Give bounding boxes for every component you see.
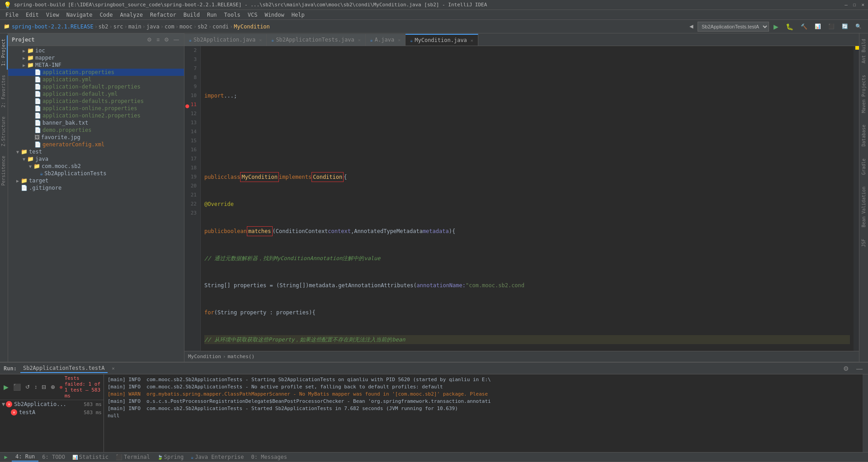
tree-item-app-defaults-properties[interactable]: 📄 application-defaults.properties bbox=[8, 98, 184, 105]
structure-tab[interactable]: Z-Structure bbox=[0, 113, 8, 150]
menu-item-window[interactable]: Window bbox=[261, 11, 288, 19]
right-tab-gradle[interactable]: Gradle bbox=[860, 155, 867, 178]
tab-sb2application-close[interactable]: ✕ bbox=[259, 37, 262, 42]
run-close-panel-btn[interactable]: — bbox=[854, 364, 864, 373]
project-settings2-btn[interactable]: ⚙ bbox=[163, 36, 170, 43]
code-editor[interactable]: 2 3 7 8 9 10 11 ● 12 13 14 15 16 17 18 1… bbox=[184, 46, 859, 351]
run-btn[interactable]: ▶ bbox=[771, 22, 781, 31]
tree-item-mapper[interactable]: ▶ 📁 mapper bbox=[8, 54, 184, 61]
menu-item-edit[interactable]: Edit bbox=[22, 11, 42, 19]
filter-btn[interactable]: ⊟ bbox=[40, 383, 48, 391]
menu-item-run[interactable]: Run bbox=[203, 11, 221, 19]
bottom-tab-run[interactable]: 4: Run bbox=[12, 453, 38, 462]
menu-item-refactor[interactable]: Refactor bbox=[146, 11, 180, 19]
bc-condi[interactable]: condi bbox=[212, 23, 229, 30]
build-btn[interactable]: 🔨 bbox=[798, 23, 810, 31]
bottom-method[interactable]: matches() bbox=[227, 354, 255, 359]
project-collapse-btn[interactable]: ≡ bbox=[155, 36, 161, 43]
bc-mooc[interactable]: mooc bbox=[179, 23, 193, 30]
tree-item-app-default-yml[interactable]: 📄 application-default.yml bbox=[8, 90, 184, 98]
right-tab-bean-validation[interactable]: Bean Validation bbox=[860, 183, 867, 231]
tree-item-java2[interactable]: ▼ 📁 java bbox=[8, 155, 184, 163]
test-item-testa[interactable]: ✕ testA 583 ms bbox=[0, 408, 104, 416]
tree-item-favorite-jpg[interactable]: 🖼 favorite.jpg bbox=[8, 134, 184, 141]
tree-item-target[interactable]: ▶ 📁 target bbox=[8, 177, 184, 184]
stop-btn[interactable]: ⬛ bbox=[826, 23, 837, 30]
run-settings-btn[interactable]: ⚙ bbox=[841, 364, 851, 373]
maximize-btn[interactable]: ☐ bbox=[853, 2, 856, 8]
run-config-select[interactable]: Sb2ApplicationTests.testA bbox=[698, 22, 769, 32]
bc-sb2-2[interactable]: sb2 bbox=[198, 23, 208, 30]
tab-a[interactable]: ☕ A.java ✕ bbox=[366, 34, 406, 46]
tree-item-app-online-properties[interactable]: 📄 application-online.properties bbox=[8, 105, 184, 112]
right-tab-database[interactable]: Database bbox=[860, 121, 867, 150]
bc-root[interactable]: spring-boot-2.2.1.RELEASE bbox=[12, 23, 94, 30]
rerun-btn[interactable]: ▶ bbox=[2, 383, 10, 392]
persistence-tab[interactable]: Persistence bbox=[0, 152, 8, 189]
tree-item-app-online2-properties[interactable]: 📄 application-online2.properties bbox=[8, 112, 184, 119]
tab-sb2application[interactable]: ☕ Sb2Application.java ✕ bbox=[184, 34, 267, 46]
tree-item-app-yml[interactable]: 📄 application.yml bbox=[8, 76, 184, 83]
bottom-tab-todo[interactable]: 6: TODO bbox=[38, 453, 69, 461]
debug-btn[interactable]: 🐛 bbox=[783, 22, 796, 31]
menu-item-code[interactable]: Code bbox=[96, 11, 117, 19]
update-btn[interactable]: 🔄 bbox=[839, 23, 851, 30]
run-log[interactable]: [main] INFO com.mooc.sb2.Sb2ApplicationT… bbox=[104, 374, 863, 452]
bc-mycondition[interactable]: MyCondition bbox=[234, 23, 269, 30]
menu-item-view[interactable]: View bbox=[42, 11, 63, 19]
sort-btn[interactable]: ↕ bbox=[33, 383, 39, 391]
menu-item-file[interactable]: File bbox=[2, 11, 22, 19]
tab-sb2applicationtests-close[interactable]: ✕ bbox=[358, 37, 361, 42]
bc-java[interactable]: java bbox=[146, 23, 160, 30]
project-tab[interactable]: 1: Project bbox=[0, 35, 8, 70]
tree-item-banner[interactable]: 📄 banner_bak.txt bbox=[8, 119, 184, 126]
tree-item-meta-inf[interactable]: ▶ 📁 META-INF bbox=[8, 61, 184, 69]
bottom-tab-spring[interactable]: 🍃Spring bbox=[154, 453, 187, 461]
tab-mycondition-close[interactable]: ✕ bbox=[471, 38, 473, 43]
bc-main[interactable]: main bbox=[128, 23, 142, 30]
bc-src[interactable]: src bbox=[113, 23, 123, 30]
bottom-tab-statistic[interactable]: 📊Statistic bbox=[69, 453, 112, 461]
tree-item-demo-properties[interactable]: 📄 demo.properties bbox=[8, 126, 184, 134]
stop-run-btn[interactable]: ⬛ bbox=[11, 383, 23, 392]
tree-item-ioc[interactable]: ▶ 📁 ioc bbox=[8, 47, 184, 54]
project-hide-btn[interactable]: — bbox=[172, 36, 180, 43]
bottom-tab-java-enterprise[interactable]: ☕Java Enterprise bbox=[187, 453, 247, 461]
menu-item-analyze[interactable]: Analyze bbox=[116, 11, 146, 19]
menu-item-navigate[interactable]: Navigate bbox=[63, 11, 96, 19]
tree-item-sb2applicationtests[interactable]: ☕ Sb2ApplicationTests bbox=[8, 170, 184, 177]
tree-item-app-default-properties[interactable]: 📄 application-default.properties bbox=[8, 83, 184, 90]
run-close-btn[interactable]: ✕ bbox=[112, 366, 115, 371]
coverage-btn[interactable]: 📊 bbox=[812, 23, 824, 30]
menu-item-tools[interactable]: Tools bbox=[221, 11, 244, 19]
back-btn[interactable]: ◀ bbox=[687, 23, 696, 30]
menu-item-vcs[interactable]: VCS bbox=[244, 11, 261, 19]
right-tab-ant-build[interactable]: Ant Build bbox=[860, 35, 867, 67]
right-tab-maven-projects[interactable]: Maven Projects bbox=[860, 71, 867, 117]
test-item-sb2applicationtests[interactable]: ▼ ✕ Sb2Applicatio... 583 ms bbox=[0, 400, 104, 408]
close-btn[interactable]: ✕ bbox=[861, 2, 864, 8]
code-content[interactable]: import ...; public class MyCondition imp… bbox=[201, 46, 854, 351]
menu-item-help[interactable]: Help bbox=[288, 11, 308, 19]
bc-sb2[interactable]: sb2 bbox=[99, 23, 108, 30]
export-btn[interactable]: ⊕ bbox=[49, 383, 57, 391]
tree-item-generator-config[interactable]: 📄 generatorConfig.xml bbox=[8, 141, 184, 148]
bc-com[interactable]: com bbox=[165, 23, 175, 30]
rerun-failed-btn[interactable]: ↺ bbox=[24, 383, 32, 391]
tab-a-close[interactable]: ✕ bbox=[398, 37, 401, 42]
bottom-tab-messages[interactable]: 0: Messages bbox=[248, 453, 291, 461]
search-everywhere-btn[interactable]: 🔍 bbox=[853, 23, 864, 30]
project-settings-btn[interactable]: ⚙ bbox=[146, 36, 153, 43]
tree-item-test[interactable]: ▼ 📁 test bbox=[8, 148, 184, 155]
right-tab-jsf[interactable]: JSF bbox=[860, 235, 867, 251]
bottom-tab-terminal[interactable]: ⬛Terminal bbox=[112, 453, 154, 461]
bottom-class[interactable]: MyCondition bbox=[188, 354, 221, 359]
menu-item-build[interactable]: Build bbox=[180, 11, 203, 19]
tree-item-gitignore[interactable]: 📄 .gitignore bbox=[8, 184, 184, 191]
tab-mycondition[interactable]: ☕ MyCondition.java ✕ bbox=[406, 34, 478, 46]
tab-sb2applicationtests[interactable]: ☕ Sb2ApplicationTests.java ✕ bbox=[267, 34, 365, 46]
tree-item-com-mooc-sb2[interactable]: ▼ 📁 com.mooc.sb2 bbox=[8, 163, 184, 170]
run-tab-active[interactable]: Sb2ApplicationTests.testA bbox=[20, 364, 108, 373]
minimize-btn[interactable]: — bbox=[844, 2, 848, 8]
tree-item-app-properties[interactable]: 📄 application.properties bbox=[8, 69, 184, 76]
